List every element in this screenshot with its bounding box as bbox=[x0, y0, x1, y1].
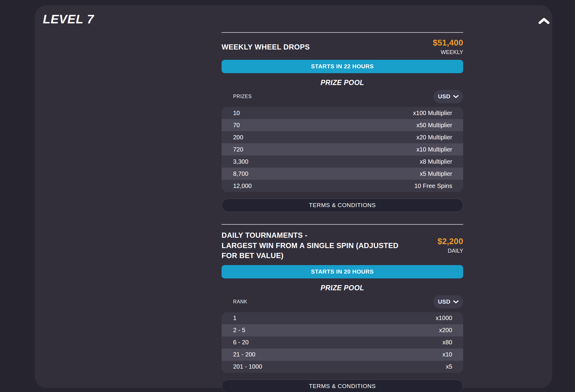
countdown-banner[interactable]: STARTS IN 22 HOURS bbox=[222, 60, 463, 73]
reward-cell: x80 bbox=[442, 339, 452, 346]
reward-cell: x50 Multiplier bbox=[416, 122, 452, 129]
reward-cell: x5 Multiplier bbox=[420, 170, 452, 177]
tournament-title-line2: LARGEST WIN FROM A SINGLE SPIN (ADJUSTED… bbox=[222, 240, 416, 261]
terms-and-conditions-button[interactable]: TERMS & CONDITIONS bbox=[222, 199, 463, 212]
prize-cadence: DAILY bbox=[438, 248, 463, 254]
currency-value: USD bbox=[438, 298, 450, 305]
tournament-title-line1: DAILY TOURNAMENTS - bbox=[222, 230, 416, 240]
table-label-row: PRIZES USD bbox=[222, 90, 463, 103]
rank-cell: 6 - 20 bbox=[233, 339, 249, 346]
table-row: 200 x20 Multiplier bbox=[222, 131, 463, 143]
table-row: 201 - 1000 x5 bbox=[222, 361, 463, 373]
prize-pool-heading: PRIZE POOL bbox=[222, 79, 463, 87]
prize-summary: $2,200 DAILY bbox=[438, 237, 463, 254]
prize-cell: 70 bbox=[233, 122, 240, 129]
reward-cell: 10 Free Spins bbox=[414, 182, 452, 189]
table-label-row: RANK USD bbox=[222, 295, 463, 308]
chevron-down-icon bbox=[453, 95, 459, 98]
level-panel: LEVEL 7 WEEKLY WHEEL DROPS $51,400 WEEKL… bbox=[35, 5, 552, 388]
rank-cell: 21 - 200 bbox=[233, 351, 255, 358]
prize-cell: 3,300 bbox=[233, 158, 248, 165]
prize-cell: 12,000 bbox=[233, 182, 252, 189]
prize-cell: 8,700 bbox=[233, 170, 248, 177]
section-divider bbox=[222, 224, 463, 225]
table-row: 3,300 x8 Multiplier bbox=[222, 155, 463, 168]
reward-cell: x10 bbox=[442, 351, 452, 358]
table-row: 12,000 10 Free Spins bbox=[222, 180, 463, 192]
prize-cell: 10 bbox=[233, 110, 240, 117]
reward-cell: x10 Multiplier bbox=[416, 146, 452, 153]
rank-cell: 1 bbox=[233, 315, 236, 322]
prize-amount: $2,200 bbox=[438, 237, 463, 246]
section-divider bbox=[222, 32, 463, 33]
reward-cell: x200 bbox=[439, 327, 452, 334]
table-row: 6 - 20 x80 bbox=[222, 336, 463, 349]
column-label: PRIZES bbox=[233, 94, 252, 99]
prize-summary: $51,400 WEEKLY bbox=[433, 38, 463, 56]
reward-cell: x100 Multiplier bbox=[413, 110, 452, 117]
prize-cell: 200 bbox=[233, 134, 243, 141]
prize-amount: $51,400 bbox=[433, 38, 463, 48]
collapse-button[interactable] bbox=[535, 14, 553, 28]
reward-cell: x8 Multiplier bbox=[420, 158, 452, 165]
table-row: 2 - 5 x200 bbox=[222, 324, 463, 336]
rank-table: 1 x1000 2 - 5 x200 6 - 20 x80 21 - 200 x… bbox=[222, 312, 463, 373]
reward-cell: x20 Multiplier bbox=[416, 134, 452, 141]
table-row: 10 x100 Multiplier bbox=[222, 107, 463, 119]
tournament-title: DAILY TOURNAMENTS - LARGEST WIN FROM A S… bbox=[222, 230, 416, 261]
chevron-up-icon bbox=[539, 18, 549, 24]
prize-pool-heading: PRIZE POOL bbox=[222, 284, 463, 292]
section-header: DAILY TOURNAMENTS - LARGEST WIN FROM A S… bbox=[222, 230, 463, 261]
table-row: 1 x1000 bbox=[222, 312, 463, 324]
reward-cell: x5 bbox=[446, 363, 452, 370]
chevron-down-icon bbox=[453, 300, 459, 304]
table-row: 21 - 200 x10 bbox=[222, 349, 463, 361]
countdown-banner[interactable]: STARTS IN 20 HOURS bbox=[222, 265, 463, 278]
section-weekly-wheel-drops: WEEKLY WHEEL DROPS $51,400 WEEKLY STARTS… bbox=[222, 38, 463, 212]
table-row: 8,700 x5 Multiplier bbox=[222, 168, 463, 180]
tournament-title: WEEKLY WHEEL DROPS bbox=[222, 42, 310, 52]
terms-and-conditions-button[interactable]: TERMS & CONDITIONS bbox=[222, 380, 463, 392]
table-row: 720 x10 Multiplier bbox=[222, 143, 463, 155]
reward-cell: x1000 bbox=[436, 315, 453, 322]
column-label: RANK bbox=[233, 299, 247, 305]
section-header: WEEKLY WHEEL DROPS $51,400 WEEKLY bbox=[222, 38, 463, 56]
table-row: 70 x50 Multiplier bbox=[222, 119, 463, 131]
currency-dropdown[interactable]: USD bbox=[433, 90, 463, 103]
currency-value: USD bbox=[438, 93, 450, 100]
currency-dropdown[interactable]: USD bbox=[433, 295, 463, 308]
prize-cell: 720 bbox=[233, 146, 243, 153]
panel-content: WEEKLY WHEEL DROPS $51,400 WEEKLY STARTS… bbox=[222, 32, 463, 392]
panel-title: LEVEL 7 bbox=[43, 12, 94, 26]
prize-cadence: WEEKLY bbox=[433, 49, 463, 56]
section-daily-tournaments: DAILY TOURNAMENTS - LARGEST WIN FROM A S… bbox=[222, 230, 463, 392]
rank-cell: 201 - 1000 bbox=[233, 363, 262, 370]
prize-table: 10 x100 Multiplier 70 x50 Multiplier 200… bbox=[222, 107, 463, 192]
rank-cell: 2 - 5 bbox=[233, 327, 245, 334]
